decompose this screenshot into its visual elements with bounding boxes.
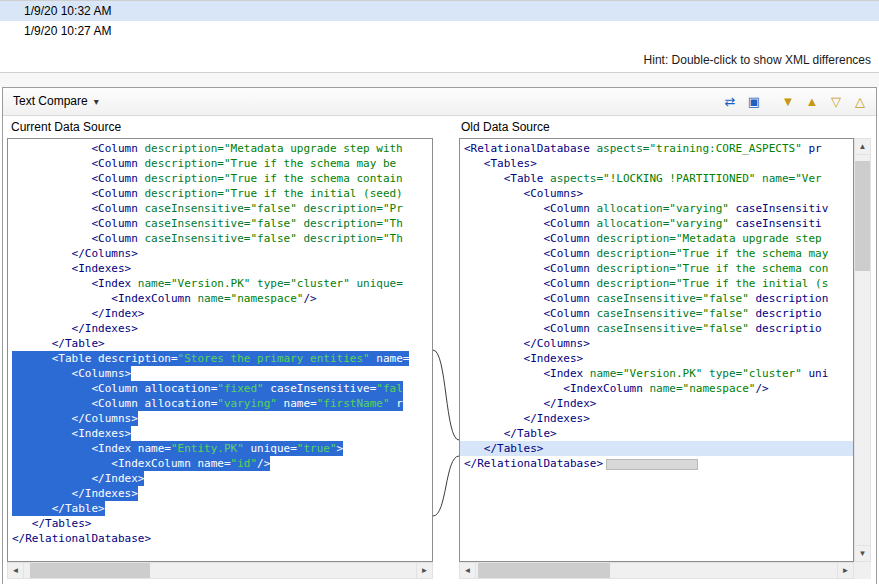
code-line: <Index name="Version.PK" type="cluster" … — [12, 276, 432, 291]
code-line: <IndexColumn name="id"/> — [12, 456, 432, 471]
code-line: </Columns> — [12, 246, 432, 261]
code-line: <Column caseInsensitive="false" descript… — [12, 216, 432, 231]
right-horizontal-scrollbar-thumb[interactable] — [478, 563, 610, 578]
code-line: <Column allocation="varying" caseInsensi… — [464, 201, 853, 216]
code-line: <Column description="Metadata upgrade st… — [464, 231, 853, 246]
history-timestamp: 1/9/20 10:32 AM — [24, 4, 111, 18]
code-line: <RelationalDatabase aspects="training:CO… — [464, 141, 853, 156]
history-timestamp: 1/9/20 10:27 AM — [24, 24, 111, 38]
vertical-scrollbar-thumb[interactable] — [855, 161, 870, 271]
code-line: <Column description="True if the schema … — [464, 246, 853, 261]
code-line: </Table> — [12, 501, 432, 516]
code-line: <Column description="True if the initial… — [464, 276, 853, 291]
history-list: 1/9/20 10:32 AM 1/9/20 10:27 AM — [0, 1, 879, 41]
code-line: <Column description="True if the schema … — [12, 171, 432, 186]
left-horizontal-scrollbar-thumb[interactable] — [30, 563, 150, 578]
code-line: <Table description="Stores the primary e… — [12, 351, 432, 366]
swap-left-right-icon: ⇄ — [725, 94, 736, 109]
code-line: </Indexes> — [464, 411, 853, 426]
code-line: <Tables> — [464, 156, 853, 171]
scroll-up-icon[interactable]: ▲ — [855, 139, 870, 155]
code-line: <IndexColumn name="namespace"/> — [464, 381, 853, 396]
code-line: <Indexes> — [12, 261, 432, 276]
swap-left-right-button[interactable]: ⇄ — [718, 91, 742, 113]
scrollbar-corner — [854, 562, 871, 579]
empty-range-marker — [606, 459, 698, 470]
scroll-left-icon[interactable]: ◄ — [8, 563, 24, 578]
right-pane-title: Old Data Source — [461, 120, 550, 134]
left-horizontal-scrollbar[interactable]: ◄ ► — [7, 562, 433, 579]
code-line: <Column allocation="varying" name="first… — [12, 396, 432, 411]
code-line: </Tables> — [460, 441, 853, 456]
code-line: <Column description="True if the schema … — [464, 261, 853, 276]
hint-bar: Hint: Double-click to show XML differenc… — [0, 41, 879, 73]
previous-change-button[interactable]: △ — [848, 91, 872, 113]
vertical-scrollbar[interactable]: ▲ ▼ — [854, 138, 871, 562]
pane-headers: Current Data Source Old Data Source — [3, 116, 876, 138]
code-line: <IndexColumn name="namespace"/> — [12, 291, 432, 306]
code-line: </Table> — [464, 426, 853, 441]
code-line: </Table> — [12, 336, 432, 351]
code-line: <Column allocation="fixed" caseInsensiti… — [12, 381, 432, 396]
code-line: <Column description="True if the initial… — [12, 186, 432, 201]
previous-difference-icon: ▲ — [806, 94, 819, 109]
right-horizontal-scrollbar[interactable]: ◄ ► — [459, 562, 854, 579]
scroll-left-icon[interactable]: ◄ — [460, 563, 476, 578]
chevron-down-icon: ▾ — [94, 96, 99, 107]
section-divider — [0, 73, 879, 87]
compare-mode-dropdown[interactable]: Text Compare▾ — [13, 94, 99, 108]
code-line: <Column description="Metadata upgrade st… — [12, 141, 432, 156]
diff-connector-curves — [433, 138, 459, 562]
compare-editor-window: 1/9/20 10:32 AM 1/9/20 10:27 AM Hint: Do… — [0, 0, 879, 584]
diff-connector-gutter — [433, 138, 459, 562]
scroll-down-icon[interactable]: ▼ — [855, 545, 870, 561]
code-line: <Index name="Entity.PK" unique="true"> — [12, 441, 432, 456]
code-line: </Index> — [12, 306, 432, 321]
history-row[interactable]: 1/9/20 10:27 AM — [0, 21, 879, 41]
scroll-right-icon[interactable]: ► — [837, 563, 853, 578]
code-line: <Column caseInsensitive="false" descript… — [464, 291, 853, 306]
code-line: </Indexes> — [12, 486, 432, 501]
right-pane-code[interactable]: <RelationalDatabase aspects="training:CO… — [459, 138, 854, 562]
code-line: <Column caseInsensitive="false" descript… — [464, 306, 853, 321]
copy-all-right-to-left-button[interactable]: ▣ — [742, 91, 766, 113]
next-change-button[interactable]: ▽ — [824, 91, 848, 113]
code-line: </Indexes> — [12, 321, 432, 336]
compare-toolbar: Text Compare▾ ⇄▣▼▲▽△ — [3, 88, 876, 116]
code-line: </RelationalDatabase> — [12, 531, 432, 546]
scroll-right-icon[interactable]: ► — [416, 563, 432, 578]
code-line: <Column caseInsensitive="false" descript… — [12, 231, 432, 246]
compare-mode-label: Text Compare — [13, 94, 88, 108]
hint-text: Hint: Double-click to show XML differenc… — [644, 53, 871, 67]
next-difference-button[interactable]: ▼ — [776, 91, 800, 113]
code-line: </RelationalDatabase> — [464, 456, 853, 471]
code-line: </Tables> — [12, 516, 432, 531]
left-pane-title: Current Data Source — [11, 120, 121, 134]
previous-difference-button[interactable]: ▲ — [800, 91, 824, 113]
code-line: <Column caseInsensitive="false" descript… — [464, 321, 853, 336]
compare-toolbar-buttons: ⇄▣▼▲▽△ — [718, 90, 872, 114]
code-line: <Column allocation="varying" caseInsensi… — [464, 216, 853, 231]
next-difference-icon: ▼ — [782, 94, 795, 109]
code-line: <Column caseInsensitive="false" descript… — [12, 201, 432, 216]
code-line: <Table aspects="!LOCKING !PARTITIONED" n… — [464, 171, 853, 186]
next-change-icon: ▽ — [831, 94, 841, 109]
code-line: <Indexes> — [12, 426, 432, 441]
code-line: </Index> — [12, 471, 432, 486]
code-line: <Indexes> — [464, 351, 853, 366]
code-line: </Columns> — [12, 411, 432, 426]
history-row[interactable]: 1/9/20 10:32 AM — [0, 1, 879, 21]
code-line: <Column description="True if the schema … — [12, 156, 432, 171]
code-line: <Columns> — [12, 366, 432, 381]
code-line: </Columns> — [464, 336, 853, 351]
previous-change-icon: △ — [855, 94, 865, 109]
code-line: <Columns> — [464, 186, 853, 201]
code-line: </Index> — [464, 396, 853, 411]
copy-all-right-to-left-icon: ▣ — [748, 94, 760, 109]
left-pane-code[interactable]: <Column description="Metadata upgrade st… — [7, 138, 433, 562]
code-line: <Index name="Version.PK" type="cluster" … — [464, 366, 853, 381]
compare-viewer: Text Compare▾ ⇄▣▼▲▽△ Current Data Source… — [2, 87, 877, 584]
